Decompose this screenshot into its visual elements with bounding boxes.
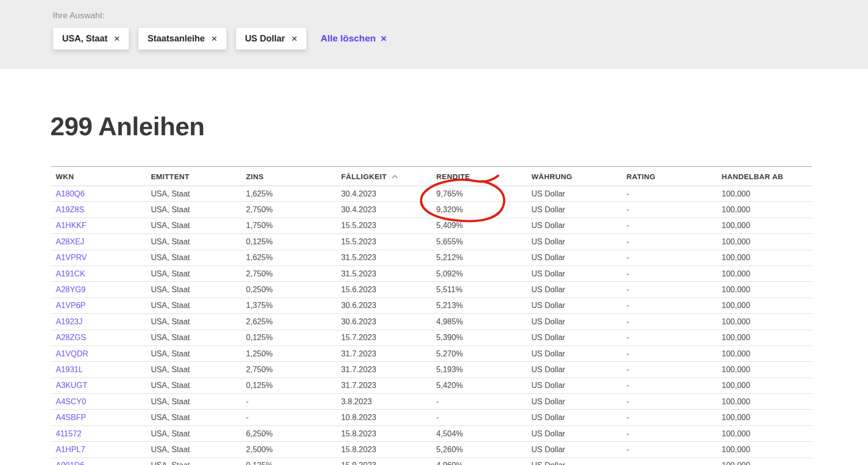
wkn-link[interactable]: A1VPRV [56,253,87,262]
clear-all-filters-button[interactable]: Alle löschen × [321,33,387,44]
cell-waehrung: US Dollar [527,426,622,441]
cell-handelbar_ab: 100,000 [717,362,812,378]
table-row: A1931LUSA, Staat2,750%31.7.20235,193%US … [51,362,812,378]
filter-bar: Ihre Auswahl: USA, Staat × Staatsanleihe… [0,0,868,69]
bond-table-body: A180Q6USA, Staat1,625%30.4.20239,765%US … [51,186,812,465]
cell-wkn: A1VP6P [51,298,146,313]
cell-faelligkeit: 15.5.2023 [337,218,432,233]
cell-faelligkeit: 31.7.2023 [337,362,432,378]
filter-chip-staatsanleihe[interactable]: Staatsanleihe × [138,27,226,50]
cell-rating: - [622,442,717,458]
cell-emittent: USA, Staat [146,362,242,378]
wkn-link[interactable]: A1HPL7 [56,445,85,454]
cell-rating: - [622,330,717,346]
cell-emittent: USA, Staat [146,218,242,233]
column-header-rating[interactable]: RATING [622,167,717,186]
cell-rendite: 5,420% [432,378,527,393]
cell-wkn: A28ZGS [51,330,146,346]
cell-waehrung: US Dollar [527,410,622,426]
wkn-link[interactable]: A28XEJ [56,237,84,246]
cell-handelbar_ab: 100,000 [717,458,812,465]
cell-emittent: USA, Staat [146,458,242,465]
clear-all-filters-label: Alle löschen [321,33,376,44]
cell-handelbar_ab: 100,000 [717,282,812,298]
cell-faelligkeit: 10.8.2023 [337,410,432,426]
wkn-link[interactable]: A4SBFP [56,413,86,422]
wkn-link[interactable]: A28YG9 [56,285,85,294]
cell-rendite: - [432,394,527,410]
wkn-link[interactable]: A3KUGT [56,381,87,389]
cell-waehrung: US Dollar [527,298,622,313]
table-row: A1HPL7USA, Staat2,500%15.8.20235,260%US … [51,442,812,458]
cell-rendite: 5,409% [432,218,527,233]
filter-chip-label: Staatsanleihe [147,34,205,44]
column-header-rendite[interactable]: RENDITE [432,167,527,186]
cell-handelbar_ab: 100,000 [717,218,812,233]
column-header-zins[interactable]: ZINS [242,167,337,186]
filter-chip-usa-staat[interactable]: USA, Staat × [53,27,129,50]
wkn-link[interactable]: A1HKKF [56,221,86,230]
cell-zins: 1,750% [242,218,337,233]
cell-waehrung: US Dollar [527,186,622,202]
table-row: A1923JUSA, Staat2,625%30.6.20234,985%US … [51,314,812,330]
cell-faelligkeit: 31.7.2023 [337,378,432,393]
cell-wkn: A1HPL7 [51,442,146,458]
cell-rendite: 4,960% [432,458,527,465]
remove-filter-icon[interactable]: × [291,33,297,43]
cell-faelligkeit: 31.5.2023 [337,266,432,281]
cell-rendite: 5,511% [432,282,527,298]
remove-filter-icon[interactable]: × [114,33,120,43]
cell-wkn: A4SBFP [51,410,146,426]
cell-emittent: USA, Staat [146,186,242,202]
cell-waehrung: US Dollar [527,250,622,266]
wkn-link[interactable]: 411572 [56,429,81,438]
cell-emittent: USA, Staat [146,378,242,393]
filter-chip-label: US Dollar [245,34,285,44]
remove-filter-icon[interactable]: × [211,33,217,43]
cell-faelligkeit: 15.5.2023 [337,234,432,250]
cell-faelligkeit: 15.8.2023 [337,426,432,441]
cell-emittent: USA, Staat [146,266,242,281]
cell-rendite: 5,390% [432,330,527,346]
cell-rating: - [622,298,717,313]
column-header-waehrung[interactable]: WÄHRUNG [527,167,622,186]
wkn-link[interactable]: A4SCY0 [56,397,86,406]
table-row: A28YG9USA, Staat0,250%15.6.20235,511%US … [51,282,812,298]
wkn-link[interactable]: A1923J [56,317,82,326]
cell-emittent: USA, Staat [146,298,242,313]
cell-zins: 1,375% [242,298,337,313]
cell-rating: - [622,346,717,361]
cell-waehrung: US Dollar [527,442,622,458]
cell-rendite: 5,655% [432,234,527,250]
cell-zins: 1,250% [242,346,337,361]
cell-waehrung: US Dollar [527,314,622,330]
wkn-link[interactable]: A001D6 [56,461,84,465]
cell-rating: - [622,378,717,393]
cell-wkn: A1931L [51,362,146,378]
filter-chip-us-dollar[interactable]: US Dollar × [236,27,307,50]
wkn-link[interactable]: A19Z8S [56,205,84,214]
cell-zins: 2,750% [242,202,337,218]
cell-faelligkeit: 15.7.2023 [337,330,432,346]
table-row: A28ZGSUSA, Staat0,125%15.7.20235,390%US … [51,330,812,346]
cell-rating: - [622,186,717,202]
wkn-link[interactable]: A1VP6P [56,301,85,310]
wkn-link[interactable]: A1VQDR [56,349,88,358]
table-row: A191CKUSA, Staat2,750%31.5.20235,092%US … [51,266,812,281]
column-header-handelbar-ab[interactable]: HANDELBAR AB [717,167,812,186]
wkn-link[interactable]: A28ZGS [56,333,86,342]
cell-wkn: A19Z8S [51,202,146,218]
cell-handelbar_ab: 100,000 [717,330,812,346]
wkn-link[interactable]: A180Q6 [56,190,85,198]
wkn-link[interactable]: A191CK [56,270,85,278]
wkn-link[interactable]: A1931L [56,365,83,374]
cell-faelligkeit: 30.4.2023 [337,202,432,218]
cell-wkn: 411572 [51,426,146,441]
table-row: A3KUGTUSA, Staat0,125%31.7.20235,420%US … [51,378,812,393]
column-header-faelligkeit[interactable]: FÄLLIGKEIT [337,167,432,186]
column-header-wkn[interactable]: WKN [51,167,146,186]
cell-handelbar_ab: 100,000 [717,378,812,393]
column-header-emittent[interactable]: EMITTENT [146,167,242,186]
cell-zins: 2,500% [242,442,337,458]
cell-faelligkeit: 15.9.2023 [337,458,432,465]
